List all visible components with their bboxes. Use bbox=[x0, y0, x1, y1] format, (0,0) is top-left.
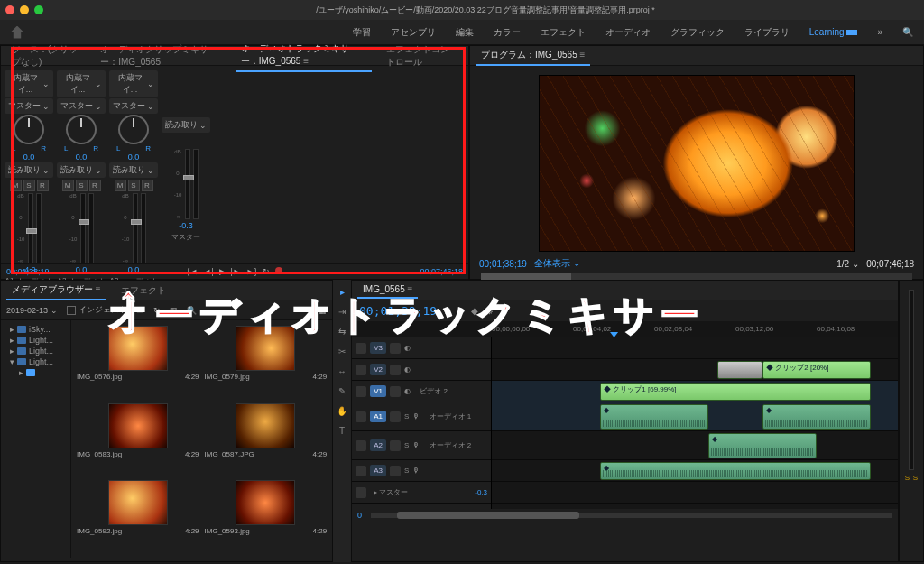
sequence-tab[interactable]: IMG_0565 ≡ bbox=[357, 282, 418, 299]
automation-dropdown[interactable]: 読み取り⌄ bbox=[109, 162, 158, 178]
audio-clip[interactable]: ◆ bbox=[762, 404, 871, 430]
mute-icon[interactable] bbox=[390, 411, 401, 422]
zoom-window[interactable] bbox=[34, 5, 43, 14]
solo-button[interactable]: S bbox=[23, 180, 35, 191]
ws-tab[interactable]: ライブラリ bbox=[744, 26, 790, 39]
folder-tree[interactable]: ▸iSky... ▸Light... ▸Light... ▾Light... ▸ bbox=[1, 320, 71, 558]
date-dropdown[interactable]: 2019-02-13 ⌄ bbox=[6, 306, 58, 315]
ws-tab[interactable]: 学習 bbox=[353, 26, 371, 39]
lock-icon[interactable] bbox=[356, 386, 366, 397]
record-button[interactable]: R bbox=[37, 180, 49, 191]
eye-icon[interactable] bbox=[390, 386, 401, 397]
input-dropdown[interactable]: 内蔵マイ...⌄ bbox=[57, 70, 106, 97]
home-icon[interactable] bbox=[11, 26, 23, 39]
audio-clip[interactable]: ◆ bbox=[600, 404, 708, 430]
tab-media-browser[interactable]: メディアブラウザー ≡ bbox=[6, 281, 106, 300]
pan-knob[interactable] bbox=[118, 115, 149, 144]
pan-knob[interactable] bbox=[14, 115, 44, 144]
tab-track-mixer[interactable]: オーディオトラックミキサー：IMG_0565 ≡ bbox=[236, 40, 373, 72]
media-thumbnail[interactable]: IMG_0592.jpg4:29 bbox=[77, 480, 199, 552]
loop-icon[interactable]: ↻ bbox=[263, 267, 270, 276]
hand-tool-icon[interactable]: ✋ bbox=[336, 404, 348, 417]
ws-tab[interactable]: 編集 bbox=[456, 26, 474, 39]
record-button[interactable]: R bbox=[89, 180, 101, 191]
settings-icon[interactable]: ⚙ bbox=[485, 306, 494, 316]
pen-tool-icon[interactable]: ✎ bbox=[336, 384, 348, 397]
ws-tab[interactable]: グラフィック bbox=[670, 26, 725, 39]
solo-button[interactable]: S bbox=[76, 180, 88, 191]
mute-button[interactable]: M bbox=[115, 180, 126, 191]
goto-in-icon[interactable]: {◄ bbox=[187, 267, 198, 276]
new-bin-icon[interactable]: ▭ bbox=[136, 306, 144, 315]
video-clip[interactable] bbox=[717, 361, 762, 379]
output-dropdown[interactable]: マスター⌄ bbox=[109, 98, 158, 114]
program-tab[interactable]: プログラム：IMG_0565 ≡ bbox=[476, 46, 590, 66]
timeline-timecode[interactable]: 00;01;38;19 bbox=[359, 304, 437, 318]
volume-fader[interactable] bbox=[80, 193, 86, 264]
lock-icon[interactable] bbox=[356, 411, 366, 422]
panel-menu-icon[interactable]: ≡ bbox=[303, 56, 309, 66]
media-thumbnail[interactable]: IMG_0587.JPG4:29 bbox=[205, 403, 328, 476]
video-clip[interactable]: ◆ クリップ2 [20%] bbox=[762, 361, 871, 379]
record-icon[interactable] bbox=[275, 267, 282, 274]
filter-icon[interactable]: ▥ bbox=[170, 306, 178, 315]
step-fwd-icon[interactable]: |► bbox=[231, 267, 241, 276]
lock-icon[interactable] bbox=[356, 440, 366, 451]
track-select-tool-icon[interactable]: ⇥ bbox=[336, 305, 348, 318]
razor-tool-icon[interactable]: ✂ bbox=[336, 345, 348, 357]
pan-knob[interactable] bbox=[66, 115, 97, 144]
eye-icon[interactable] bbox=[390, 365, 401, 375]
input-dropdown[interactable]: 内蔵マイ...⌄ bbox=[5, 70, 53, 97]
goto-out-icon[interactable]: ►} bbox=[246, 267, 257, 276]
snap-icon[interactable]: ⊓ bbox=[444, 306, 451, 316]
media-thumbnail[interactable]: IMG_0583.jpg4:29 bbox=[77, 403, 199, 476]
search-icon[interactable]: 🔍 bbox=[902, 27, 913, 37]
slip-tool-icon[interactable]: ↔ bbox=[336, 365, 348, 377]
overflow-icon[interactable]: » bbox=[877, 27, 882, 37]
fit-dropdown[interactable]: 全体表示 ⌄ bbox=[534, 257, 580, 270]
eye-icon[interactable] bbox=[390, 343, 401, 354]
close-window[interactable] bbox=[5, 5, 14, 14]
automation-dropdown[interactable]: 読み取り⌄ bbox=[5, 162, 53, 178]
record-button[interactable]: R bbox=[142, 180, 153, 191]
play-icon[interactable]: ▶ bbox=[219, 267, 226, 276]
audio-clip[interactable]: ◆ bbox=[708, 433, 817, 458]
ripple-tool-icon[interactable]: ⇆ bbox=[336, 325, 348, 337]
automation-dropdown[interactable]: 読み取り⌄ bbox=[162, 117, 210, 133]
selection-tool-icon[interactable]: ▸ bbox=[336, 285, 348, 298]
refresh-icon[interactable]: ↻ bbox=[153, 306, 161, 315]
video-clip[interactable]: ◆ クリップ1 [69.99%] bbox=[600, 383, 871, 401]
tab-source[interactable]: ソース：(クリップなし) bbox=[6, 41, 86, 71]
lock-icon[interactable] bbox=[356, 466, 366, 476]
resolution-dropdown[interactable]: 1/2 bbox=[836, 259, 849, 269]
volume-fader[interactable] bbox=[28, 193, 33, 264]
volume-fader[interactable] bbox=[133, 193, 138, 264]
thumb-view-icon[interactable]: ▦ bbox=[319, 306, 327, 315]
marker-icon[interactable]: ◆ bbox=[471, 306, 478, 316]
mute-button[interactable]: M bbox=[10, 180, 22, 191]
tab-effects[interactable]: エフェクト bbox=[116, 282, 171, 300]
step-back-icon[interactable]: ◄| bbox=[203, 267, 213, 276]
ws-tab[interactable]: オーディオ bbox=[605, 26, 651, 39]
solo-button[interactable]: S bbox=[128, 180, 140, 191]
mute-button[interactable]: M bbox=[62, 180, 74, 191]
tab-effect-controls[interactable]: エフェクトコントロール bbox=[381, 41, 463, 71]
search-icon[interactable]: 🔍 bbox=[187, 306, 197, 315]
automation-dropdown[interactable]: 読み取り⌄ bbox=[57, 162, 106, 178]
timeline-zoom-slider[interactable] bbox=[371, 513, 892, 518]
media-thumbnail[interactable]: IMG_0593.jpg4:29 bbox=[205, 480, 328, 552]
linked-sel-icon[interactable]: ⎋ bbox=[458, 306, 464, 316]
tab-clip-mixer[interactable]: オーディオクリップミキサー：IMG_0565 bbox=[95, 41, 226, 71]
audio-clip[interactable]: ◆ bbox=[600, 462, 871, 480]
input-dropdown[interactable]: 内蔵マイ...⌄ bbox=[109, 70, 158, 97]
ws-tab[interactable]: エフェクト bbox=[541, 26, 586, 39]
panel-menu-icon[interactable]: ≡ bbox=[579, 50, 585, 60]
time-ruler[interactable]: 00;00;00;0000;01;04;0200;02;08;0400;03;1… bbox=[352, 321, 898, 337]
minimize-window[interactable] bbox=[20, 5, 29, 14]
program-video-frame[interactable] bbox=[539, 75, 855, 252]
media-thumbnail[interactable]: IMG_0576.jpg4:29 bbox=[77, 326, 199, 398]
track-output-icon[interactable]: ◐ bbox=[404, 344, 411, 352]
output-dropdown[interactable]: マスター⌄ bbox=[57, 98, 106, 114]
ingest-checkbox[interactable]: インジェスト bbox=[67, 304, 127, 316]
media-thumbnail[interactable]: IMG_0579.jpg4:29 bbox=[205, 326, 328, 398]
